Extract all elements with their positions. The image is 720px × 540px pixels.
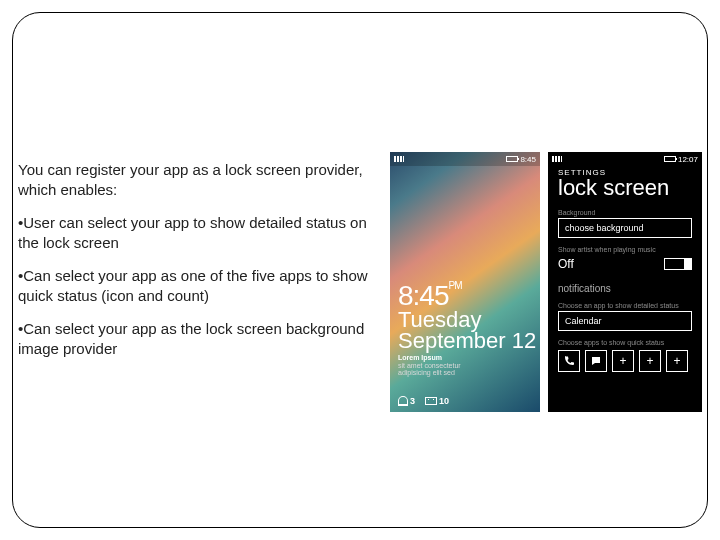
lock-ampm: PM: [449, 280, 462, 291]
quick-slot-chat[interactable]: [585, 350, 607, 372]
status-line2: sit amet consectetur: [398, 362, 528, 370]
artist-toggle[interactable]: [664, 258, 692, 270]
quick-status-1: 3: [398, 396, 415, 406]
bell-icon: [398, 396, 408, 406]
lockscreen-mock: 8:45 8:45PM Tuesday September 12 Lorem I…: [390, 152, 540, 412]
status-bar: 12:07: [548, 152, 702, 166]
notifications-header: notifications: [558, 283, 692, 294]
lock-quick-status: 3 10: [398, 396, 449, 406]
statusbar-time: 8:45: [506, 155, 536, 164]
status-bar: 8:45: [390, 152, 540, 166]
battery-icon: [664, 156, 676, 162]
status-line3: adipisicing elit sed: [398, 369, 528, 377]
status-line1: Lorem Ipsum: [398, 354, 528, 362]
settings-mock: 12:07 SETTINGS lock screen Background ch…: [548, 152, 702, 412]
artist-value: Off: [558, 257, 574, 271]
phone-icon: [563, 355, 575, 367]
mail-icon: [425, 397, 437, 405]
background-selector[interactable]: choose background: [558, 218, 692, 238]
signal-icon: [394, 156, 404, 162]
bullet-3: •Can select your app as the lock screen …: [18, 319, 378, 358]
background-label: Background: [558, 209, 692, 216]
bullet-2: •Can select your app as one of the five …: [18, 266, 378, 305]
quick-status-2: 10: [425, 396, 449, 406]
lock-date: September 12: [398, 331, 536, 352]
bullet-1: •User can select your app to show detail…: [18, 213, 378, 252]
battery-icon: [506, 156, 518, 162]
statusbar-time: 12:07: [664, 155, 698, 164]
detailed-status-label: Choose an app to show detailed status: [558, 302, 692, 309]
quick-slot-empty-3[interactable]: +: [666, 350, 688, 372]
artist-toggle-row: Off: [558, 257, 692, 271]
settings-title: lock screen: [558, 175, 692, 201]
chat-icon: [590, 355, 602, 367]
signal-icon: [552, 156, 562, 162]
detailed-status-selector[interactable]: Calendar: [558, 311, 692, 331]
quick-status-label: Choose apps to show quick status: [558, 339, 692, 346]
intro-paragraph: You can register your app as a lock scre…: [18, 160, 378, 199]
lock-detailed-status: Lorem Ipsum sit amet consectetur adipisi…: [398, 354, 528, 377]
text-column: You can register your app as a lock scre…: [18, 160, 378, 372]
settings-panel: SETTINGS lock screen Background choose b…: [548, 152, 702, 372]
quick-slot-phone[interactable]: [558, 350, 580, 372]
quick-status-row: + + +: [558, 350, 692, 372]
quick-slot-empty-2[interactable]: +: [639, 350, 661, 372]
lock-clock-block: 8:45PM Tuesday September 12: [398, 280, 536, 352]
quick-slot-empty-1[interactable]: +: [612, 350, 634, 372]
artist-label: Show artist when playing music: [558, 246, 692, 253]
